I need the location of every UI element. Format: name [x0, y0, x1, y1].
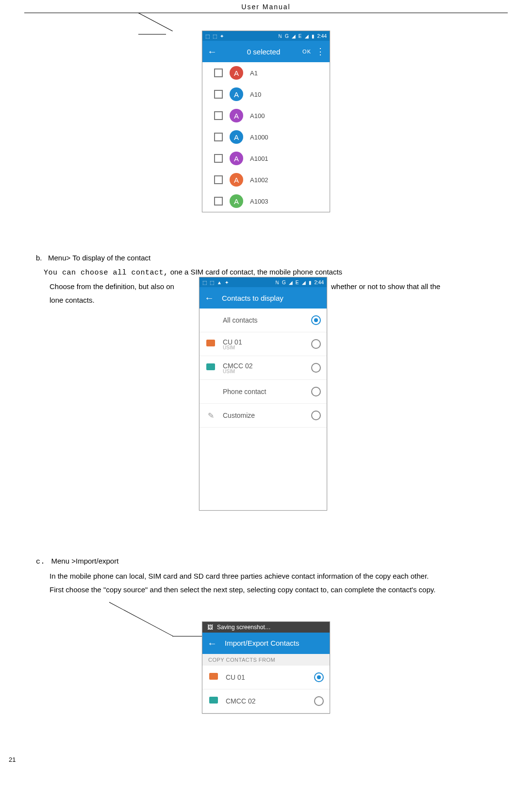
option-sublabel: USIM — [223, 345, 311, 350]
checkbox[interactable] — [214, 197, 223, 206]
option-sublabel: USIM — [223, 369, 311, 374]
status-time: 2:44 — [315, 280, 324, 285]
display-option-row[interactable]: All contacts — [200, 309, 327, 332]
contact-name: A1001 — [250, 155, 268, 162]
contact-row[interactable]: AA1000 — [202, 126, 330, 148]
contact-name: A100 — [250, 112, 265, 120]
image-icon: 🖼 — [207, 624, 213, 631]
display-option-row[interactable]: ✎Customize — [200, 404, 327, 428]
contact-name: A1 — [250, 69, 258, 77]
section-b-line2-left: Choose from the definition, but also on — [50, 280, 195, 294]
sim-icon — [209, 673, 218, 680]
section-b-line3: lone contacts. — [50, 293, 95, 308]
signal-icon: ◢ — [289, 280, 293, 285]
screenshot-select-contacts: ⬚ ⬚ ✦ ℕ G ◢ E ◢ ▮ 2:44 ← 0 selected OK — [202, 31, 330, 212]
copy-source-row[interactable]: CMCC 02 — [202, 689, 330, 713]
option-label: All contacts — [223, 316, 311, 324]
battery-icon: ▮ — [312, 34, 315, 39]
back-icon[interactable]: ← — [207, 47, 217, 56]
contact-row[interactable]: AA1002 — [202, 169, 330, 190]
mono-text: You can choose all contact, — [44, 269, 168, 277]
contact-name: A1002 — [250, 176, 268, 184]
signal-icon: ◢ — [292, 34, 296, 39]
checkbox[interactable] — [214, 69, 223, 77]
saving-text: Saving screenshot… — [217, 624, 271, 631]
radio-button[interactable] — [311, 363, 321, 373]
signal-icon: ◢ — [302, 280, 306, 285]
avatar: A — [230, 109, 243, 122]
option-label: Customize — [223, 412, 311, 419]
checkbox[interactable] — [214, 133, 223, 141]
screenshot-contacts-to-display: ⬚ ⬚ ▲ ✦ ℕ G ◢ E ◢ ▮ 2:44 — [199, 277, 327, 511]
appbar-title: Import/Export Contacts — [225, 639, 325, 647]
option-label: CMCC 02USIM — [223, 362, 311, 374]
display-option-row[interactable]: Phone contact — [200, 380, 327, 404]
contact-list: AA1AA10AA100AA1000AA1001AA1002AA1003 — [202, 62, 330, 212]
contact-row[interactable]: AA10 — [202, 84, 330, 105]
sim-icon — [206, 363, 215, 370]
checkbox[interactable] — [214, 175, 223, 184]
radio-button[interactable] — [311, 387, 321, 396]
appbar-title: 0 selected — [225, 48, 302, 56]
status-icon: ⬚ — [213, 34, 217, 39]
copy-from-list: CU 01CMCC 02 — [202, 666, 330, 713]
checkbox[interactable] — [214, 90, 223, 99]
radio-button[interactable] — [314, 672, 324, 682]
status-nfc-icon: ℕ — [275, 280, 279, 285]
avatar: A — [230, 173, 243, 187]
status-icon: ⬚ — [202, 280, 207, 285]
screenshot-import-export: 🖼 Saving screenshot… ← Import/Export Con… — [202, 621, 330, 714]
status-carrier: G — [282, 280, 286, 285]
radio-button[interactable] — [314, 696, 324, 706]
source-label: CU 01 — [226, 673, 314, 681]
avatar: A — [230, 194, 243, 208]
status-icon: ▲ — [217, 280, 222, 285]
display-option-row[interactable]: CMCC 02USIM — [200, 356, 327, 380]
contact-row[interactable]: AA1003 — [202, 190, 330, 212]
avatar: A — [230, 152, 243, 165]
battery-icon: ▮ — [309, 280, 312, 285]
page-header: User Manual — [24, 0, 508, 13]
status-extra: E — [299, 34, 302, 39]
ok-button[interactable]: OK — [302, 49, 311, 54]
checkbox[interactable] — [214, 111, 223, 120]
contact-row[interactable]: AA1001 — [202, 148, 330, 169]
status-time: 2:44 — [317, 34, 327, 39]
status-icon: ⬚ — [205, 34, 210, 39]
item-marker: c. — [36, 558, 45, 566]
display-option-row[interactable]: CU 01USIM — [200, 332, 327, 356]
page-number: 21 — [9, 756, 16, 763]
status-icon: ⬚ — [210, 280, 214, 285]
radio-button[interactable] — [311, 339, 321, 349]
overflow-icon[interactable]: ⋮ — [316, 46, 325, 57]
contact-name: A1000 — [250, 134, 268, 141]
avatar: A — [230, 87, 243, 101]
customize-icon: ✎ — [208, 412, 214, 420]
back-icon[interactable]: ← — [204, 293, 214, 303]
contact-row[interactable]: AA100 — [202, 105, 330, 126]
signal-icon: ◢ — [305, 34, 309, 39]
option-label: CU 01USIM — [223, 338, 311, 350]
body-text: one a SIM card of contact, the mobile ph… — [168, 268, 343, 276]
section-b-heading: b. Menu> To display of the contact — [36, 251, 508, 265]
contact-name: A1003 — [250, 198, 268, 205]
display-options-list: All contactsCU 01USIMCMCC 02USIMPhone co… — [200, 309, 327, 428]
radio-button[interactable] — [311, 411, 321, 420]
appbar-title: Contacts to display — [222, 294, 322, 302]
avatar: A — [230, 130, 243, 144]
copy-source-row[interactable]: CU 01 — [202, 666, 330, 689]
contact-name: A10 — [250, 91, 261, 98]
radio-button[interactable] — [311, 315, 321, 325]
status-nfc-icon: ℕ — [278, 34, 282, 39]
heading-text: Menu >Import/export — [51, 557, 119, 565]
back-icon[interactable]: ← — [207, 638, 217, 648]
source-label: CMCC 02 — [226, 697, 314, 705]
status-icon: ✦ — [225, 280, 229, 285]
heading-text: To display of the contact — [70, 254, 150, 262]
checkbox[interactable] — [214, 154, 223, 163]
section-c-heading: c. Menu >Import/export — [36, 554, 508, 569]
contact-row[interactable]: AA1 — [202, 62, 330, 84]
copy-from-label: COPY CONTACTS FROM — [202, 654, 330, 666]
avatar: A — [230, 66, 243, 80]
callout-leader — [138, 34, 166, 34]
